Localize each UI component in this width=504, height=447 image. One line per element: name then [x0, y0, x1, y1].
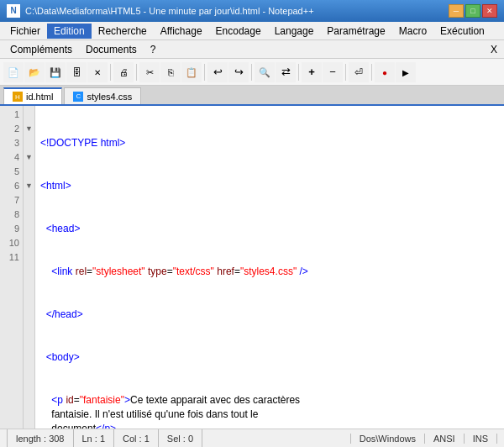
editor-wrapper: 1 2 3 4 5 6 7 8 9 10 11 ▼ ▼ ▼ <!DOCTYPE … — [0, 106, 504, 429]
code-line-4: <link rel="stylesheet" type="text/css" h… — [40, 265, 499, 279]
window-controls[interactable]: ─ □ ✕ — [449, 4, 497, 18]
play-macro-icon — [402, 66, 409, 78]
undo-button[interactable] — [207, 62, 228, 82]
minimize-button[interactable]: ─ — [449, 4, 464, 18]
menu-affichage[interactable]: Affichage — [154, 24, 209, 39]
menu-bar: Fichier Edition Recherche Affichage Enco… — [0, 22, 504, 40]
close-all-button[interactable] — [87, 62, 108, 82]
toolbar — [0, 59, 504, 86]
menu-edition[interactable]: Edition — [47, 24, 92, 39]
status-col: Col : 1 — [114, 429, 159, 447]
code-editor[interactable]: <!DOCTYPE html> <html> <head> <link rel=… — [35, 106, 504, 429]
tab-bar: H id.html C styles4.css — [0, 86, 504, 106]
menu-bar2: Compléments Documents ? X — [0, 40, 504, 59]
status-lineending: Dos\Windows — [350, 434, 425, 444]
tab-styles4-css[interactable]: C styles4.css — [64, 87, 141, 104]
menu-execution[interactable]: Exécution — [433, 24, 491, 39]
fold-3 — [25, 136, 33, 150]
line-num-9: 9 — [3, 222, 19, 236]
maximize-button[interactable]: □ — [465, 4, 480, 18]
code-line-5: </head> — [40, 308, 499, 322]
paste-button[interactable] — [181, 62, 202, 82]
zoom-in-button[interactable] — [302, 62, 322, 82]
save-all-button[interactable] — [66, 62, 87, 82]
replace-button[interactable] — [276, 62, 296, 82]
tab-id-html-label: id.html — [26, 92, 53, 102]
menu-parametrage[interactable]: Paramétrage — [320, 24, 391, 39]
status-length: length : 308 — [7, 429, 74, 447]
fold-markers: ▼ ▼ ▼ — [24, 106, 35, 429]
close-all-icon — [94, 66, 101, 78]
fold-7 — [25, 193, 33, 208]
toolbar-sep5 — [298, 64, 299, 81]
fold-6[interactable]: ▼ — [25, 179, 33, 193]
panel-close-button[interactable]: X — [491, 44, 501, 55]
line-num-6: 6 — [3, 179, 19, 193]
print-icon — [119, 66, 129, 78]
find-button[interactable] — [255, 62, 275, 82]
status-bar: length : 308 Ln : 1 Col : 1 Sel : 0 Dos\… — [0, 429, 504, 447]
record-macro-button[interactable] — [375, 62, 395, 82]
toolbar-sep7 — [371, 64, 372, 81]
redo-button[interactable] — [228, 62, 249, 82]
line-num-3: 3 — [3, 136, 19, 150]
line-num-4: 4 — [3, 150, 19, 165]
fold-11 — [25, 250, 33, 265]
menu-documents[interactable]: Documents — [79, 42, 144, 57]
title-bar-left: N C:\Data\Mediaforma\HTML5 - Une minute … — [7, 4, 314, 18]
fold-10 — [25, 236, 33, 250]
menu-fichier[interactable]: Fichier — [3, 24, 47, 39]
code-line-7: <p id="fantaisie">Ce texte apparait avec… — [40, 393, 499, 429]
status-ins: INS — [465, 434, 497, 444]
line-numbers: 1 2 3 4 5 6 7 8 9 10 11 — [0, 106, 24, 429]
close-button[interactable]: ✕ — [482, 4, 497, 18]
cut-button[interactable] — [139, 62, 160, 82]
menu-recherche[interactable]: Recherche — [92, 24, 154, 39]
menu-complements[interactable]: Compléments — [3, 42, 79, 57]
toolbar-sep4 — [251, 64, 252, 81]
redo-icon — [234, 66, 244, 78]
zoom-in-icon — [308, 66, 315, 78]
menu-help[interactable]: ? — [144, 42, 163, 57]
find-icon — [259, 66, 270, 78]
tab-styles4-css-label: styles4.css — [87, 92, 132, 102]
toolbar-sep6 — [345, 64, 346, 81]
tab-id-html[interactable]: H id.html — [3, 87, 62, 104]
status-sel: Sel : 0 — [159, 429, 202, 447]
line-num-1: 1 — [3, 108, 19, 122]
save-all-icon — [72, 66, 81, 78]
fold-2[interactable]: ▼ — [25, 122, 33, 136]
record-macro-icon — [382, 66, 387, 78]
open-icon — [29, 66, 40, 78]
title-text: C:\Data\Mediaforma\HTML5 - Une minute pa… — [25, 6, 314, 16]
menu-bar2-left: Compléments Documents ? — [3, 42, 162, 57]
app-icon: N — [7, 4, 20, 18]
play-macro-button[interactable] — [396, 62, 416, 82]
cut-icon — [146, 66, 154, 78]
line-num-10: 10 — [3, 236, 19, 250]
fold-5 — [25, 165, 33, 179]
menu-langage[interactable]: Langage — [268, 24, 321, 39]
line-num-5: 5 — [3, 165, 19, 179]
zoom-out-button[interactable] — [323, 62, 343, 82]
toolbar-sep2 — [136, 64, 137, 81]
status-right: Dos\Windows ANSI INS — [350, 434, 497, 444]
fold-9 — [25, 222, 33, 236]
menu-macro[interactable]: Macro — [392, 24, 433, 39]
menu-encodage[interactable]: Encodage — [209, 24, 268, 39]
title-bar: N C:\Data\Mediaforma\HTML5 - Une minute … — [0, 0, 504, 22]
line-num-11: 11 — [3, 250, 19, 265]
toolbar-sep1 — [110, 64, 111, 81]
line-num-8: 8 — [3, 208, 19, 222]
new-button[interactable] — [3, 62, 24, 82]
print-button[interactable] — [113, 62, 134, 82]
open-button[interactable] — [24, 62, 45, 82]
fold-4[interactable]: ▼ — [25, 150, 33, 165]
word-wrap-icon — [354, 66, 363, 78]
copy-button[interactable] — [160, 62, 181, 82]
word-wrap-button[interactable] — [349, 62, 369, 82]
copy-icon — [168, 66, 174, 78]
css-file-icon: C — [73, 92, 83, 102]
save-button[interactable] — [45, 62, 66, 82]
undo-icon — [213, 66, 223, 78]
